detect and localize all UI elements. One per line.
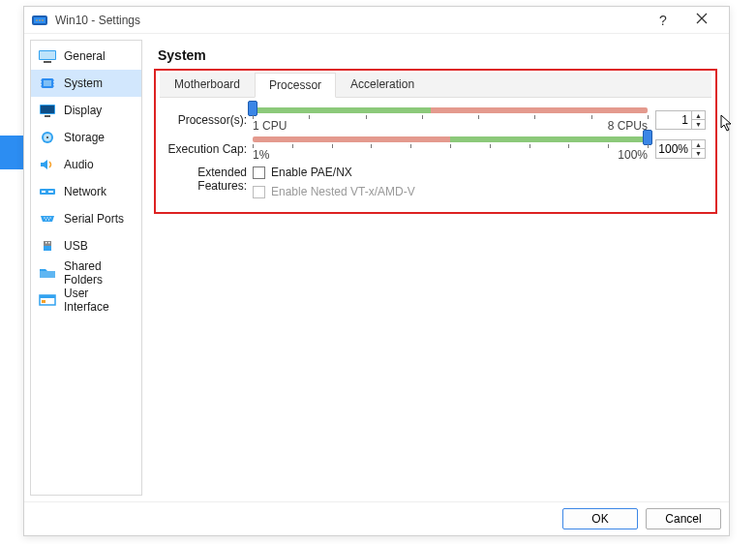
mouse-cursor-icon	[720, 114, 734, 132]
processors-label: Processor(s):	[166, 113, 253, 127]
execcap-slider[interactable]: 1% 100%	[253, 136, 648, 162]
dialog-footer: OK Cancel	[24, 501, 729, 535]
svg-rect-27	[48, 242, 50, 244]
svg-rect-29	[40, 295, 55, 298]
execcap-value[interactable]	[656, 140, 691, 158]
folder-icon	[39, 265, 56, 281]
sidebar-item-label: System	[64, 76, 103, 90]
close-button[interactable]	[682, 13, 721, 27]
execcap-max-label: 100%	[618, 148, 648, 162]
svg-point-4	[42, 19, 44, 21]
sidebar-item-label: Audio	[64, 158, 94, 171]
ui-icon	[39, 292, 56, 308]
execcap-spinner[interactable]: ▲▼	[655, 139, 706, 159]
svg-rect-6	[40, 51, 55, 59]
speaker-icon	[39, 157, 56, 172]
svg-point-23	[48, 219, 49, 220]
network-icon	[39, 184, 56, 199]
sidebar-item-label: Shared Folders	[64, 259, 134, 287]
tabstrip: Motherboard Processor Acceleration	[160, 73, 711, 98]
extended-label: Extended Features:	[166, 166, 253, 193]
execcap-thumb[interactable]	[643, 130, 652, 145]
svg-point-3	[39, 19, 41, 21]
sidebar-item-label: Network	[64, 185, 106, 198]
svg-point-19	[44, 217, 45, 218]
pae-checkbox[interactable]	[253, 166, 265, 179]
category-sidebar: General System Display Storage Audio Net…	[30, 40, 142, 496]
tab-acceleration[interactable]: Acceleration	[336, 72, 429, 97]
svg-rect-17	[42, 191, 45, 193]
tab-motherboard[interactable]: Motherboard	[160, 72, 255, 97]
svg-rect-11	[41, 106, 54, 113]
sidebar-item-system[interactable]: System	[31, 70, 141, 97]
sidebar-item-shared[interactable]: Shared Folders	[31, 259, 141, 287]
monitor-icon	[39, 48, 56, 64]
svg-rect-25	[44, 246, 51, 251]
sidebar-item-label: Serial Ports	[64, 212, 124, 226]
settings-dialog: Win10 - Settings ? General System Displa…	[23, 6, 730, 536]
highlight-annotation: Motherboard Processor Acceleration Proce…	[154, 69, 717, 214]
spin-up-icon[interactable]: ▲	[692, 140, 705, 149]
sidebar-item-usb[interactable]: USB	[31, 232, 141, 259]
titlebar[interactable]: Win10 - Settings ?	[24, 7, 729, 34]
tab-processor-body: Processor(s): 1 CPU 8 CPUs	[160, 98, 711, 210]
svg-rect-7	[44, 61, 51, 63]
sidebar-item-network[interactable]: Network	[31, 178, 141, 205]
chip-icon	[39, 76, 56, 91]
processors-min-label: 1 CPU	[253, 119, 287, 133]
svg-rect-9	[44, 80, 51, 86]
sidebar-item-label: Display	[64, 104, 102, 117]
execcap-min-label: 1%	[253, 148, 269, 162]
processors-spinner[interactable]: ▲▼	[655, 110, 706, 130]
processors-thumb[interactable]	[248, 101, 257, 116]
sidebar-item-label: Storage	[64, 131, 105, 144]
processors-value[interactable]	[656, 111, 691, 129]
sidebar-item-audio[interactable]: Audio	[31, 151, 141, 178]
serial-port-icon	[39, 211, 56, 227]
processors-max-label: 8 CPUs	[608, 119, 648, 133]
usb-icon	[39, 238, 56, 254]
execcap-label: Execution Cap:	[166, 142, 253, 156]
svg-point-2	[36, 19, 38, 21]
svg-point-15	[46, 136, 48, 138]
sidebar-item-serial[interactable]: Serial Ports	[31, 205, 141, 232]
spin-down-icon[interactable]: ▼	[692, 149, 705, 158]
nested-label: Enable Nested VT-x/AMD-V	[271, 185, 415, 198]
help-button[interactable]: ?	[644, 13, 682, 28]
sidebar-item-label: USB	[64, 239, 88, 253]
window-title: Win10 - Settings	[55, 14, 644, 27]
pae-label: Enable PAE/NX	[271, 166, 352, 179]
sidebar-item-label: General	[64, 49, 106, 63]
sidebar-item-storage[interactable]: Storage	[31, 124, 141, 151]
nested-checkbox	[253, 186, 265, 198]
display-icon	[39, 103, 56, 118]
svg-point-22	[45, 219, 46, 220]
sidebar-item-label: User Interface	[64, 287, 134, 314]
main-panel: System Motherboard Processor Acceleratio…	[148, 40, 723, 496]
disk-icon	[39, 130, 56, 145]
svg-rect-18	[48, 191, 53, 193]
svg-rect-12	[45, 115, 50, 117]
ok-button[interactable]: OK	[562, 508, 638, 529]
section-title: System	[158, 47, 713, 63]
sidebar-item-display[interactable]: Display	[31, 97, 141, 124]
sidebar-item-general[interactable]: General	[31, 43, 141, 70]
spin-down-icon[interactable]: ▼	[692, 120, 705, 129]
svg-point-21	[49, 217, 50, 218]
tab-processor[interactable]: Processor	[255, 73, 336, 98]
sidebar-item-ui[interactable]: User Interface	[31, 287, 141, 314]
svg-point-20	[46, 217, 47, 218]
spin-up-icon[interactable]: ▲	[692, 111, 705, 120]
svg-rect-24	[44, 241, 51, 246]
virtualbox-icon	[32, 13, 47, 28]
svg-rect-26	[45, 242, 47, 244]
processors-slider[interactable]: 1 CPU 8 CPUs	[253, 107, 648, 133]
svg-rect-30	[42, 300, 45, 303]
cancel-button[interactable]: Cancel	[646, 508, 721, 529]
